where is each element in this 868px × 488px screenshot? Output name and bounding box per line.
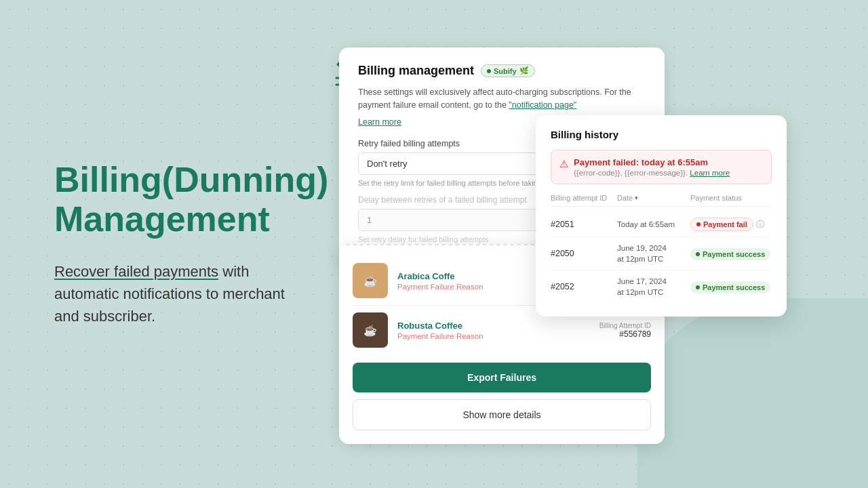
robusta-info: Robusta Coffee Payment Failure Reason <box>397 321 590 340</box>
table-row: #2050 June 19, 2024at 12pm UTC Payment s… <box>551 237 772 270</box>
robusta-failure-reason: Payment Failure Reason <box>397 332 590 340</box>
failed-title: Payment failed: today at 6:55am <box>574 157 730 167</box>
row-id: #2050 <box>551 249 612 258</box>
table-row: #2051 Today at 6:55am Payment fail ⓘ <box>551 212 772 237</box>
table-row: #2052 June 17, 2024at 12pm UTC Payment s… <box>551 270 772 303</box>
status-badge-success: Payment success <box>690 281 770 293</box>
page-subtitle: Recover failed payments with automatic n… <box>54 260 285 327</box>
warning-icon: ⚠ <box>559 158 568 170</box>
product-image-arabica: ☕ <box>353 263 388 298</box>
col-date[interactable]: Date ▾ <box>617 194 685 202</box>
panel-buttons: Export Failures Show more details <box>339 354 665 430</box>
col-status: Payment status <box>690 194 772 202</box>
billing-history-title: Billing history <box>551 129 772 140</box>
attempt-id-label: Billing Attempt ID <box>599 322 651 329</box>
coffee-bag-dark-icon: ☕ <box>363 324 377 337</box>
col-id: Billing attempt ID <box>551 194 612 202</box>
left-section: Billing(Dunning) Management Recover fail… <box>0 120 326 367</box>
status-badge-fail: Payment fail <box>690 218 753 231</box>
card-description: These settings will exclusively affect a… <box>358 86 646 112</box>
sort-arrow-icon: ▾ <box>635 195 638 201</box>
coffee-bag-icon: ☕ <box>363 274 377 287</box>
card-header: Billing management Subify 🌿 <box>358 64 646 78</box>
dot-success-icon <box>696 285 700 289</box>
badge-leaf-icon: 🌿 <box>519 66 529 75</box>
notification-page-link[interactable]: "notification page" <box>509 100 576 110</box>
page-title: Billing(Dunning) Management <box>54 161 285 238</box>
row-id: #2052 <box>551 282 612 291</box>
badge-dot-icon <box>487 69 491 73</box>
row-date: June 19, 2024at 12pm UTC <box>617 243 685 264</box>
row-id: #2051 <box>551 220 612 229</box>
card-title: Billing management <box>358 64 474 78</box>
export-failures-button[interactable]: Export Failures <box>353 363 651 392</box>
info-icon[interactable]: ⓘ <box>756 219 764 230</box>
failed-subtitle: {{error-code}}, {{error-message}}. Learn… <box>574 169 730 177</box>
dot-success-icon <box>696 252 700 256</box>
table-header: Billing attempt ID Date ▾ Payment status <box>551 194 772 207</box>
show-more-details-button[interactable]: Show more details <box>353 399 651 430</box>
attempt-id-block: Billing Attempt ID #556789 <box>599 322 651 339</box>
row-date: Today at 6:55am <box>617 219 685 230</box>
billing-history-card: Billing history ⚠ Payment failed: today … <box>536 115 787 317</box>
alert-learn-more-link[interactable]: Learn more <box>690 169 730 177</box>
payment-failed-banner: ⚠ Payment failed: today at 6:55am {{erro… <box>551 150 772 184</box>
status-badge-success: Payment success <box>690 248 770 260</box>
attempt-id-value: #556789 <box>599 329 651 339</box>
robusta-name: Robusta Coffee <box>397 321 590 331</box>
product-image-robusta: ☕ <box>353 312 388 348</box>
row-date: June 17, 2024at 12pm UTC <box>617 276 685 298</box>
subify-badge: Subify 🌿 <box>481 64 535 77</box>
right-section: Billing management Subify 🌿 These settin… <box>326 0 868 488</box>
dot-fail-icon <box>696 222 701 226</box>
